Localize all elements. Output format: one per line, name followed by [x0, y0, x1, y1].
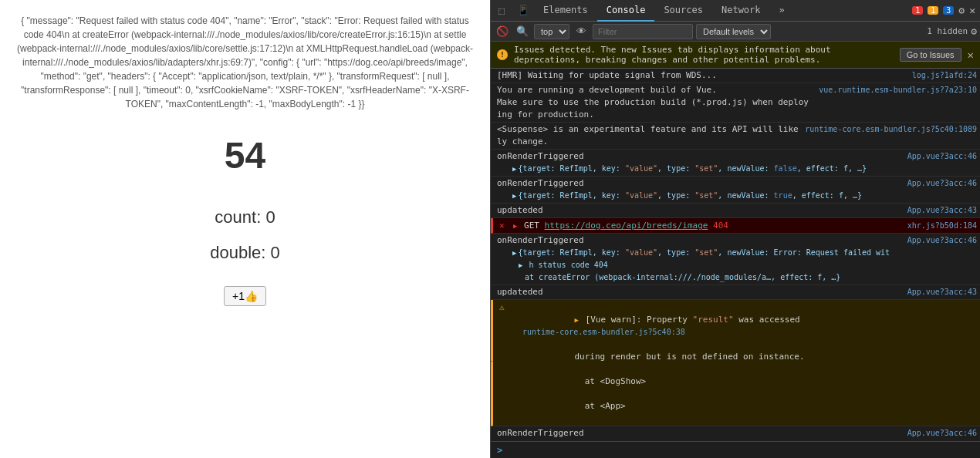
plus-button[interactable]: +1👍	[224, 286, 266, 306]
context-select[interactable]: top	[534, 24, 569, 39]
msg-text: onRenderTriggered	[497, 234, 901, 247]
info-badge: 3	[943, 6, 954, 15]
msg-text: ▶ [Vue warn]: Property "result" was acce…	[513, 301, 977, 425]
msg-text: <Suspense> is an experimental feature an…	[497, 123, 799, 148]
msg-sub: ▶{target: RefImpl, key: "value", type: "…	[497, 190, 977, 202]
svg-marker-0	[491, 355, 493, 367]
console-toolbar: 🚫 🔍 top 👁 Default levels 1 hidden ⚙	[491, 22, 980, 42]
console-input-row: >	[491, 441, 980, 458]
console-msg-render1: onRenderTriggered App.vue?3acc:46 ▶{targ…	[491, 150, 980, 177]
warn-icon: ⚠	[499, 301, 510, 314]
device-icon[interactable]: 📱	[512, 0, 534, 22]
arrow-pointer	[491, 353, 493, 372]
count-number: 54	[225, 134, 265, 177]
msg-sub: ▶{target: RefImpl, key: "value", type: "…	[497, 163, 977, 175]
tab-sources[interactable]: Sources	[654, 0, 712, 22]
console-input[interactable]	[507, 445, 974, 455]
msg-source[interactable]: App.vue?3acc:43	[901, 286, 977, 298]
filter-input[interactable]	[593, 24, 693, 39]
msg-source[interactable]: runtime-core.esm-bundler.js?5c40:1089	[799, 123, 977, 136]
settings-icon[interactable]: ⚙	[958, 5, 965, 16]
msg-text: [HMR] Waiting for update signal from WDS…	[497, 69, 906, 82]
filter-icon[interactable]: 🔍	[514, 23, 531, 40]
error-url[interactable]: https://dog.ceo/api/breeds/image	[545, 221, 708, 231]
levels-select[interactable]: Default levels	[696, 24, 771, 39]
msg-source[interactable]: App.vue?3acc:46	[901, 150, 977, 163]
msg-source[interactable]: App.vue?3acc:43	[901, 204, 977, 217]
msg-source[interactable]: App.vue?3acc:46	[901, 234, 977, 247]
hidden-count: 1 hidden	[927, 26, 968, 36]
console-msg-render4: onRenderTriggered App.vue?3acc:46 ▶{targ…	[491, 426, 980, 441]
devtools-panel: ⬚ 📱 Elements Console Sources Network » 1…	[490, 0, 980, 458]
msg-text: onRenderTriggered	[497, 427, 901, 439]
error-icon: ✕	[499, 220, 510, 232]
console-msg-updated2: updateded App.vue?3acc:43	[491, 285, 980, 300]
console-messages-area: [HMR] Waiting for update signal from WDS…	[491, 69, 980, 441]
left-panel: { "message": "Request failed with status…	[0, 0, 490, 458]
console-settings-icon[interactable]: ⚙	[971, 25, 977, 37]
console-msg-vue-warn: ⚠ ▶ [Vue warn]: Property "result" was ac…	[491, 300, 980, 426]
eye-icon[interactable]: 👁	[573, 23, 590, 40]
msg-text: updateded	[497, 286, 901, 298]
error-text: { "message": "Request failed with status…	[15, 14, 475, 111]
close-icon[interactable]: ✕	[969, 5, 975, 16]
console-msg-suspense: <Suspense> is an experimental feature an…	[491, 123, 980, 150]
msg-source[interactable]: vue.runtime.esm-bundler.js?7a23:10	[813, 84, 977, 96]
devtools-tabs-bar: ⬚ 📱 Elements Console Sources Network » 1…	[491, 0, 980, 22]
console-msg-hmr: [HMR] Waiting for update signal from WDS…	[491, 69, 980, 83]
msg-text: onRenderTriggered	[497, 177, 901, 190]
tab-elements[interactable]: Elements	[534, 0, 597, 22]
console-msg-vue-dev: You are running a development build of V…	[491, 83, 980, 123]
tab-console[interactable]: Console	[597, 0, 655, 22]
msg-sub-2: ▶ h status code 404	[497, 259, 977, 271]
console-prompt: >	[497, 445, 502, 456]
warn-badge: 1	[928, 6, 938, 15]
tab-network[interactable]: Network	[712, 0, 770, 22]
msg-source[interactable]: xhr.js?b50d:184	[901, 220, 977, 232]
clear-console-icon[interactable]: 🚫	[494, 23, 511, 40]
msg-text: ▶ GET https://dog.ceo/api/breeds/image 4…	[513, 220, 901, 232]
devtools-badges: 1 1 3 ⚙ ✕	[912, 5, 980, 16]
msg-text: You are running a development build of V…	[497, 84, 813, 121]
msg-sub-3: at createError (webpack-internal:///./no…	[497, 271, 977, 284]
msg-source[interactable]: log.js?1afd:24	[906, 69, 977, 82]
inspect-icon[interactable]: ⬚	[491, 0, 512, 22]
msg-sub: ▶{target: RefImpl, key: "value", type: "…	[497, 439, 977, 441]
console-msg-render2: onRenderTriggered App.vue?3acc:46 ▶{targ…	[491, 177, 980, 204]
issues-dot-icon: !	[497, 49, 508, 60]
msg-source[interactable]: App.vue?3acc:46	[901, 427, 977, 439]
issues-text: Issues detected. The new Issues tab disp…	[514, 45, 894, 65]
console-msg-updated1: updateded App.vue?3acc:43	[491, 204, 980, 218]
console-msg-render3: onRenderTriggered App.vue?3acc:46 ▶{targ…	[491, 234, 980, 285]
msg-text: onRenderTriggered	[497, 150, 901, 163]
tab-more[interactable]: »	[770, 0, 794, 22]
go-to-issues-button[interactable]: Go to Issues	[900, 48, 961, 62]
issues-close-icon[interactable]: ✕	[968, 49, 974, 61]
double-label: double: 0	[210, 243, 280, 263]
msg-source-inline[interactable]: runtime-core.esm-bundler.js?5c40:38	[516, 328, 685, 336]
console-msg-get-error: ✕ ▶ GET https://dog.ceo/api/breeds/image…	[491, 218, 980, 234]
error-badge: 1	[912, 6, 923, 15]
msg-text: updateded	[497, 204, 901, 217]
issues-banner: ! Issues detected. The new Issues tab di…	[491, 42, 980, 69]
count-label: count: 0	[215, 207, 275, 227]
msg-sub: ▶{target: RefImpl, key: "value", type: "…	[497, 247, 977, 259]
msg-source[interactable]: App.vue?3acc:46	[901, 177, 977, 190]
